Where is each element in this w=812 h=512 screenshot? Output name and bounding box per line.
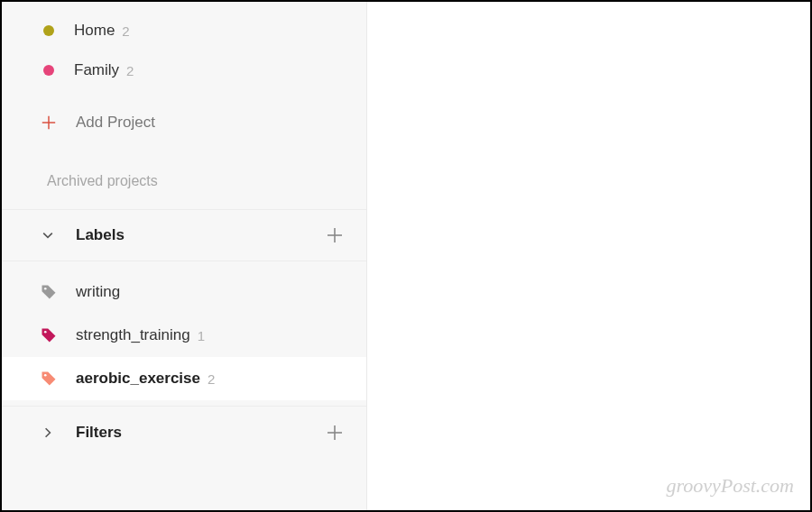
- label-item-aerobic-exercise[interactable]: aerobic_exercise 2: [2, 357, 366, 400]
- add-label-button[interactable]: [325, 225, 345, 245]
- add-project-label: Add Project: [76, 114, 155, 132]
- label-list: writing strength_training 1 aerobic_exer…: [2, 261, 366, 406]
- chevron-right-icon: [40, 425, 56, 441]
- add-project-button[interactable]: Add Project: [2, 103, 366, 142]
- tag-icon: [40, 326, 58, 344]
- plus-icon: [40, 114, 58, 132]
- labels-section-header[interactable]: Labels: [2, 209, 366, 261]
- label-item-writing[interactable]: writing: [2, 270, 366, 314]
- archived-projects-link[interactable]: Archived projects: [2, 142, 366, 209]
- project-count: 2: [122, 23, 129, 39]
- svg-point-5: [44, 331, 47, 334]
- main-content-area: [367, 2, 810, 510]
- project-item-family[interactable]: Family 2: [2, 50, 366, 90]
- app-frame: Home 2 Family 2 Add Project Archived pro…: [0, 0, 812, 512]
- tag-icon: [40, 370, 58, 388]
- filters-section-title: Filters: [76, 424, 325, 442]
- project-color-dot: [43, 25, 54, 36]
- label-name: aerobic_exercise: [76, 370, 200, 388]
- project-list: Home 2 Family 2: [2, 2, 366, 90]
- svg-point-4: [44, 288, 47, 290]
- label-count: 1: [198, 328, 205, 343]
- project-name: Family: [74, 61, 119, 79]
- label-count: 2: [208, 371, 215, 387]
- chevron-down-icon: [40, 227, 56, 243]
- label-item-strength-training[interactable]: strength_training 1: [2, 314, 366, 357]
- sidebar: Home 2 Family 2 Add Project Archived pro…: [2, 2, 367, 510]
- project-color-dot: [43, 65, 54, 76]
- tag-icon: [40, 283, 58, 301]
- project-count: 2: [126, 63, 134, 78]
- label-name: writing: [76, 283, 120, 301]
- label-name: strength_training: [76, 326, 190, 344]
- project-name: Home: [74, 22, 115, 40]
- project-item-home[interactable]: Home 2: [2, 11, 366, 50]
- filters-section-header[interactable]: Filters: [2, 406, 366, 458]
- svg-point-6: [44, 374, 47, 377]
- labels-section-title: Labels: [76, 226, 325, 244]
- add-filter-button[interactable]: [325, 423, 345, 443]
- archived-projects-label: Archived projects: [47, 173, 158, 188]
